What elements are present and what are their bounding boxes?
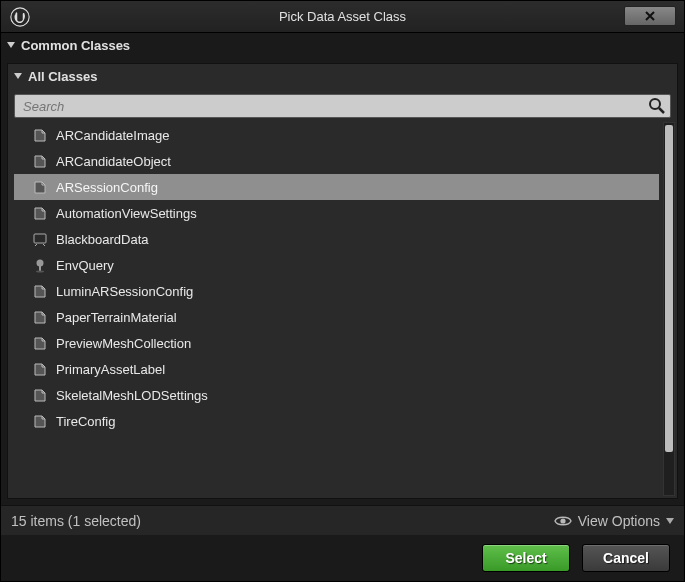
class-label: PrimaryAssetLabel [56,362,165,377]
asset-icon [32,335,48,351]
svg-line-5 [43,244,45,246]
all-classes-header[interactable]: All Classes [8,64,677,88]
search-input[interactable] [19,99,648,114]
cancel-button[interactable]: Cancel [582,544,670,572]
common-classes-label: Common Classes [21,38,130,53]
class-label: TireConfig [56,414,115,429]
class-label: AutomationViewSettings [56,206,197,221]
class-label: PaperTerrainMaterial [56,310,177,325]
class-list: ARCandidateImageARCandidateObjectARSessi… [14,122,659,496]
class-label: ARCandidateImage [56,128,169,143]
svg-point-1 [650,99,660,109]
close-icon [644,10,656,22]
scrollbar[interactable] [663,122,675,496]
class-label: LuminARSessionConfig [56,284,193,299]
asset-icon [32,205,48,221]
class-row[interactable]: EnvQuery [14,252,659,278]
disclosure-triangle-icon [7,42,15,48]
item-count-text: 15 items (1 selected) [11,513,141,529]
class-row[interactable]: TireConfig [14,408,659,434]
envquery-icon [32,257,48,273]
class-label: ARCandidateObject [56,154,171,169]
dialog-buttons: Select Cancel [1,535,684,581]
class-label: SkeletalMeshLODSettings [56,388,208,403]
class-row[interactable]: ARCandidateObject [14,148,659,174]
class-row[interactable]: BlackboardData [14,226,659,252]
search-icon [648,97,666,115]
close-button[interactable] [624,6,676,26]
asset-icon [32,283,48,299]
class-row[interactable]: ARSessionConfig [14,174,659,200]
class-row[interactable]: PrimaryAssetLabel [14,356,659,382]
all-classes-label: All Classes [28,69,97,84]
scrollbar-thumb[interactable] [665,125,673,452]
common-classes-header[interactable]: Common Classes [1,33,684,57]
status-bar: 15 items (1 selected) View Options [1,505,684,535]
chevron-down-icon [666,518,674,524]
view-options-label: View Options [578,513,660,529]
view-options-button[interactable]: View Options [554,513,674,529]
svg-rect-3 [34,234,46,243]
svg-rect-7 [39,266,41,271]
asset-icon [32,309,48,325]
class-row[interactable]: PreviewMeshCollection [14,330,659,356]
class-row[interactable]: SkeletalMeshLODSettings [14,382,659,408]
class-label: ARSessionConfig [56,180,158,195]
svg-point-9 [560,518,565,523]
class-label: EnvQuery [56,258,114,273]
window-title: Pick Data Asset Class [1,9,684,24]
svg-point-6 [37,260,44,267]
eye-icon [554,514,572,528]
asset-icon [32,387,48,403]
class-row[interactable]: LuminARSessionConfig [14,278,659,304]
class-row[interactable]: PaperTerrainMaterial [14,304,659,330]
class-label: PreviewMeshCollection [56,336,191,351]
all-classes-panel: All Classes ARCandidateImageARCandidateO… [7,63,678,499]
class-label: BlackboardData [56,232,149,247]
svg-line-4 [35,244,37,246]
blackboard-icon [32,231,48,247]
asset-icon [32,413,48,429]
svg-point-0 [11,7,29,25]
class-row[interactable]: ARCandidateImage [14,122,659,148]
class-row[interactable]: AutomationViewSettings [14,200,659,226]
svg-point-8 [36,271,44,273]
unreal-logo-icon [7,4,33,30]
asset-icon [32,361,48,377]
svg-line-2 [659,108,664,113]
disclosure-triangle-icon [14,73,22,79]
asset-icon [32,179,48,195]
asset-icon [32,153,48,169]
select-button[interactable]: Select [482,544,570,572]
search-box[interactable] [14,94,671,118]
titlebar: Pick Data Asset Class [1,1,684,33]
asset-icon [32,127,48,143]
